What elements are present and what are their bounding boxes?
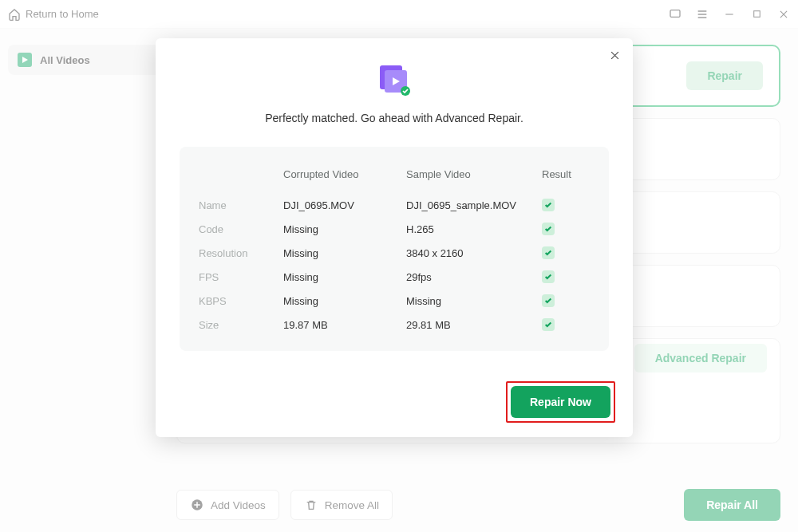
video-file-icon	[377, 64, 412, 96]
row-label: FPS	[199, 271, 283, 283]
modal-title: Perfectly matched. Go ahead with Advance…	[156, 112, 633, 124]
repair-now-highlight: Repair Now	[506, 381, 615, 423]
table-row: KBPSMissingMissing	[199, 289, 590, 313]
modal-close-button[interactable]	[606, 46, 623, 64]
row-sample: 29fps	[406, 271, 542, 283]
row-result	[542, 318, 590, 331]
row-label: Size	[199, 319, 283, 331]
check-icon	[542, 199, 555, 211]
row-result	[542, 246, 590, 259]
advanced-repair-modal: Perfectly matched. Go ahead with Advance…	[156, 38, 633, 437]
row-result	[542, 199, 590, 211]
table-row: Size19.87 MB29.81 MB	[199, 313, 590, 337]
row-label: Name	[199, 199, 283, 211]
table-row: FPSMissing29fps	[199, 265, 590, 289]
row-sample: 29.81 MB	[406, 319, 542, 331]
row-label: Resolution	[199, 247, 283, 259]
row-result	[542, 270, 590, 283]
row-sample: 3840 x 2160	[406, 247, 542, 259]
check-icon	[542, 246, 555, 259]
row-sample: DJI_0695_sample.MOV	[406, 199, 542, 211]
row-result	[542, 223, 590, 235]
check-icon	[542, 318, 555, 331]
table-header: Corrupted Video Sample Video Result	[199, 163, 590, 193]
row-corrupted: Missing	[283, 271, 406, 283]
table-row: NameDJI_0695.MOVDJI_0695_sample.MOV	[199, 193, 590, 217]
table-row: CodeMissingH.265	[199, 217, 590, 241]
row-corrupted: Missing	[283, 247, 406, 259]
table-row: ResolutionMissing3840 x 2160	[199, 241, 590, 265]
row-sample: H.265	[406, 223, 542, 235]
row-result	[542, 294, 590, 307]
repair-now-button[interactable]: Repair Now	[511, 386, 610, 418]
row-label: KBPS	[199, 295, 283, 307]
row-corrupted: Missing	[283, 295, 406, 307]
check-icon	[542, 223, 555, 235]
row-corrupted: Missing	[283, 223, 406, 235]
check-icon	[542, 270, 555, 283]
comparison-table: Corrupted Video Sample Video Result Name…	[180, 147, 609, 351]
row-corrupted: DJI_0695.MOV	[283, 199, 406, 211]
row-corrupted: 19.87 MB	[283, 319, 406, 331]
check-icon	[542, 294, 555, 307]
row-sample: Missing	[406, 295, 542, 307]
row-label: Code	[199, 223, 283, 235]
